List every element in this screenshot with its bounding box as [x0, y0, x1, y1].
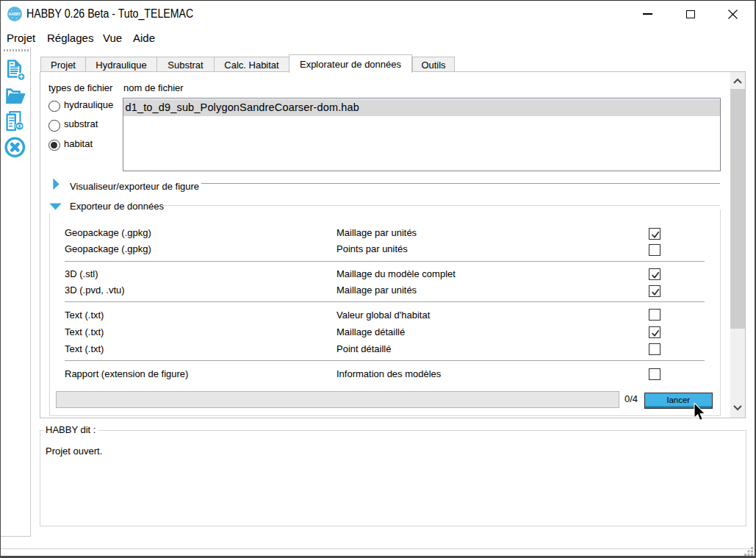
svg-text:HABBY: HABBY — [9, 12, 21, 16]
